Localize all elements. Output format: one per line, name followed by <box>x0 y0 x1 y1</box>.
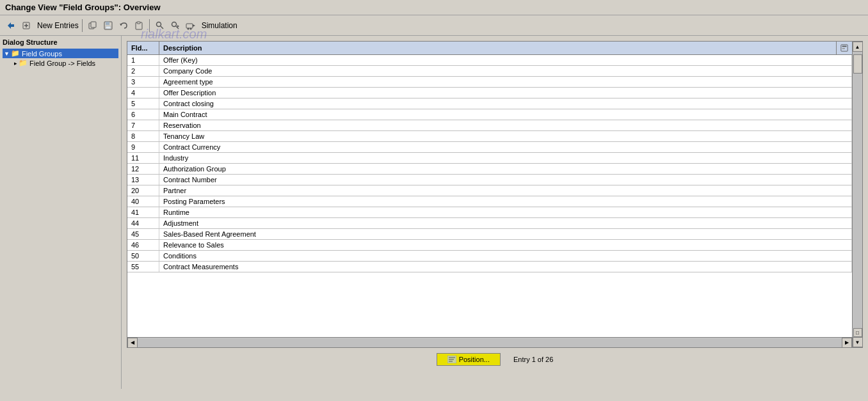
table-row[interactable]: 5 Contract closing <box>127 98 852 109</box>
table-row[interactable]: 9 Contract Currency <box>127 142 852 153</box>
cell-desc: Offer Description <box>159 88 852 98</box>
table-header: Fld... Description <box>127 42 852 55</box>
col-header-icon[interactable] <box>837 42 852 54</box>
table-row[interactable]: 50 Conditions <box>127 251 852 262</box>
find-next-btn[interactable] <box>168 19 182 33</box>
scroll-track[interactable] <box>853 52 862 328</box>
cell-desc: Authorization Group <box>159 164 852 174</box>
cell-desc: Sales-Based Rent Agreement <box>159 229 852 239</box>
cell-desc: Reservation <box>159 120 852 130</box>
table-row[interactable]: 3 Agreement type <box>127 77 852 88</box>
svg-point-14 <box>172 22 176 26</box>
cell-fld: 13 <box>127 175 159 185</box>
find-btn[interactable] <box>153 19 167 33</box>
scroll-thumb[interactable] <box>853 54 862 74</box>
tree-item-field-group-fields-label: Field Group -> Fields <box>29 59 95 67</box>
toolbar: New Entries Simulation <box>0 15 868 36</box>
tree-item-field-groups-label: Field Groups <box>22 50 62 58</box>
separator-2 <box>149 19 150 32</box>
horiz-scrollbar[interactable]: ◀ ▶ <box>127 337 852 347</box>
table-row[interactable]: 6 Main Contract <box>127 109 852 120</box>
svg-rect-5 <box>91 22 96 28</box>
cell-fld: 4 <box>127 88 159 98</box>
new-entries-toolbar-btn[interactable] <box>19 19 33 33</box>
cell-desc: Industry <box>159 153 852 163</box>
cell-fld: 46 <box>127 240 159 250</box>
table-row[interactable]: 7 Reservation <box>127 120 852 131</box>
undo-toolbar-btn[interactable] <box>117 19 131 33</box>
paste-btn[interactable] <box>132 19 146 33</box>
cell-fld: 40 <box>127 196 159 207</box>
svg-rect-23 <box>842 48 845 49</box>
scroll-page-down-btn[interactable]: □ <box>853 328 862 337</box>
tree-item-field-groups[interactable]: ▼ 📁 Field Groups <box>3 49 118 58</box>
table-row[interactable]: 20 Partner <box>127 185 852 196</box>
cell-fld: 8 <box>127 131 159 141</box>
scroll-down-btn[interactable]: ▼ <box>853 337 863 347</box>
save-toolbar-btn[interactable] <box>101 19 115 33</box>
table-row[interactable]: 11 Industry <box>127 153 852 164</box>
back-toolbar-btn[interactable] <box>4 19 18 33</box>
table-row[interactable]: 2 Company Code <box>127 66 852 77</box>
table-row[interactable]: 1 Offer (Key) <box>127 55 852 66</box>
cell-fld: 45 <box>127 229 159 239</box>
table-row[interactable]: 8 Tenancy Law <box>127 131 852 142</box>
tree-child-area: ▸ 📁 Field Group -> Fields <box>13 58 118 68</box>
table-row[interactable]: 55 Contract Measurements <box>127 262 852 272</box>
tree-item-field-group-fields[interactable]: ▸ 📁 Field Group -> Fields <box>13 58 118 68</box>
table-row[interactable]: 45 Sales-Based Rent Agreement <box>127 229 852 240</box>
cell-fld: 55 <box>127 262 159 272</box>
cell-fld: 11 <box>127 153 159 163</box>
cell-desc: Adjustment <box>159 218 852 228</box>
bottom-bar: Position... Entry 1 of 26 <box>127 348 863 371</box>
cell-fld: 12 <box>127 164 159 174</box>
entry-info: Entry 1 of 26 <box>513 356 553 363</box>
folder-icon: 📁 <box>11 49 20 58</box>
scroll-right-btn[interactable]: ▶ <box>842 338 852 348</box>
table-row[interactable]: 44 Adjustment <box>127 218 852 229</box>
col-header-desc: Description <box>159 42 837 54</box>
transport-toolbar-btn[interactable] <box>184 19 198 33</box>
separator-1 <box>82 19 83 32</box>
cell-fld: 1 <box>127 55 159 65</box>
cell-fld: 50 <box>127 251 159 261</box>
cell-fld: 6 <box>127 109 159 120</box>
copy-rows-btn[interactable] <box>86 19 100 33</box>
svg-rect-11 <box>137 22 140 24</box>
cell-fld: 44 <box>127 218 159 228</box>
right-panel: Fld... Description 1 Offer (Key) 2 Compa… <box>122 36 868 389</box>
svg-rect-17 <box>186 24 193 28</box>
svg-marker-16 <box>177 25 179 28</box>
cell-desc: Main Contract <box>159 109 852 120</box>
position-button[interactable]: Position... <box>437 353 501 366</box>
main-area: Dialog Structure ▼ 📁 Field Groups ▸ 📁 Fi… <box>0 36 868 389</box>
dialog-structure-title: Dialog Structure <box>3 38 118 46</box>
cell-fld: 5 <box>127 98 159 109</box>
svg-point-20 <box>189 28 191 29</box>
cell-fld: 3 <box>127 77 159 87</box>
cell-desc: Relevance to Sales <box>159 240 852 250</box>
scroll-left-btn[interactable]: ◀ <box>127 338 138 348</box>
cell-fld: 41 <box>127 207 159 217</box>
scroll-up-btn[interactable]: ▲ <box>853 42 863 52</box>
cell-desc: Agreement type <box>159 77 852 87</box>
cell-fld: 7 <box>127 120 159 130</box>
vert-scrollbar[interactable]: ▲ □ ▼ <box>852 42 862 347</box>
new-entries-label: New Entries <box>37 21 79 30</box>
table-row[interactable]: 4 Offer Description <box>127 88 852 98</box>
horiz-scroll-track[interactable] <box>138 338 842 347</box>
svg-marker-18 <box>193 24 195 27</box>
child-folder-icon: 📁 <box>19 59 28 67</box>
expand-arrow: ▼ <box>4 51 10 57</box>
table-body: 1 Offer (Key) 2 Company Code 3 Agreement… <box>127 55 852 337</box>
table-row[interactable]: 12 Authorization Group <box>127 164 852 175</box>
cell-desc: Runtime <box>159 207 852 217</box>
table-row[interactable]: 13 Contract Number <box>127 175 852 185</box>
svg-marker-0 <box>8 22 14 29</box>
table-row[interactable]: 46 Relevance to Sales <box>127 240 852 251</box>
table-row[interactable]: 41 Runtime <box>127 207 852 218</box>
cell-fld: 20 <box>127 185 159 196</box>
table-row[interactable]: 40 Posting Parameters <box>127 196 852 207</box>
cell-fld: 9 <box>127 142 159 152</box>
cell-desc: Contract Number <box>159 175 852 185</box>
